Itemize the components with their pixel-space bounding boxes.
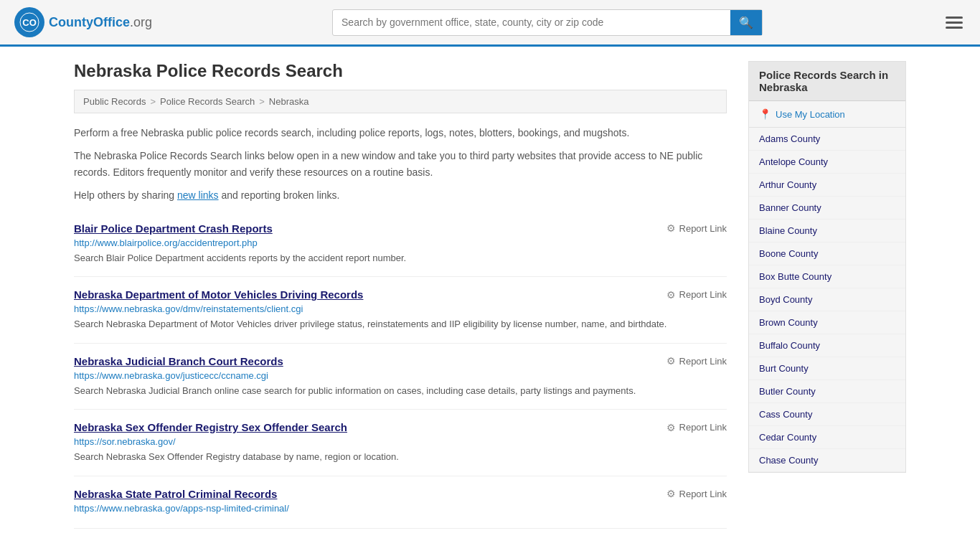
result-url-1[interactable]: https://www.nebraska.gov/dmv/reinstateme… (74, 303, 727, 314)
breadcrumb-sep: > (259, 96, 265, 107)
sidebar-county-arthur-county[interactable]: Arthur County (749, 174, 905, 197)
results-list: Blair Police Department Crash Reports ⚙ … (74, 211, 727, 529)
menu-icon-bar (946, 27, 963, 29)
sidebar-box: Police Records Search in Nebraska 📍 Use … (748, 61, 906, 473)
breadcrumb-police-records-search[interactable]: Police Records Search (160, 96, 255, 107)
sidebar-county-banner-county[interactable]: Banner County (749, 197, 905, 220)
result-header-2: Nebraska Judicial Branch Court Records ⚙… (74, 355, 727, 367)
menu-icon-bar (946, 22, 963, 24)
logo-area: CO CountyOffice.org (14, 7, 152, 37)
result-item: Nebraska State Patrol Criminal Records ⚙… (74, 476, 727, 529)
result-header-0: Blair Police Department Crash Reports ⚙ … (74, 222, 727, 235)
result-url-3[interactable]: https://sor.nebraska.gov/ (74, 436, 727, 447)
report-link-label-4: Report Link (679, 489, 727, 499)
result-title-2[interactable]: Nebraska Judicial Branch Court Records (74, 355, 283, 367)
result-item: Nebraska Department of Motor Vehicles Dr… (74, 277, 727, 344)
breadcrumb-nebraska: Nebraska (269, 96, 309, 107)
result-desc-0: Search Blair Police Department accidents… (74, 251, 727, 265)
report-link-btn-4[interactable]: ⚙ Report Link (666, 488, 727, 499)
main-container: Nebraska Police Records Search Public Re… (60, 47, 920, 543)
sidebar-county-adams-county[interactable]: Adams County (749, 128, 905, 151)
report-icon-3: ⚙ (666, 422, 676, 433)
main-content: Nebraska Police Records Search Public Re… (74, 61, 727, 529)
sidebar: Police Records Search in Nebraska 📍 Use … (748, 61, 906, 529)
use-my-location[interactable]: 📍 Use My Location (749, 101, 905, 128)
sidebar-county-butler-county[interactable]: Butler County (749, 380, 905, 403)
description-3: Help others by sharing new links and rep… (74, 187, 727, 203)
report-link-btn-1[interactable]: ⚙ Report Link (666, 289, 727, 301)
breadcrumb: Public Records > Police Records Search >… (74, 90, 727, 113)
result-title-0[interactable]: Blair Police Department Crash Reports (74, 222, 273, 235)
search-icon: 🔍 (739, 17, 753, 29)
logo-icon: CO (14, 7, 44, 37)
report-icon-0: ⚙ (666, 222, 676, 234)
search-bar: 🔍 (332, 9, 763, 36)
result-desc-1: Search Nebraska Department of Motor Vehi… (74, 317, 727, 331)
report-link-label-0: Report Link (679, 223, 727, 234)
sidebar-county-antelope-county[interactable]: Antelope County (749, 151, 905, 174)
header: CO CountyOffice.org 🔍 (0, 0, 980, 47)
sidebar-county-blaine-county[interactable]: Blaine County (749, 220, 905, 242)
result-desc-2: Search Nebraska Judicial Branch online c… (74, 384, 727, 398)
report-link-btn-2[interactable]: ⚙ Report Link (666, 355, 727, 367)
sidebar-county-chase-county[interactable]: Chase County (749, 449, 905, 472)
result-item: Blair Police Department Crash Reports ⚙ … (74, 211, 727, 278)
report-icon-2: ⚙ (666, 355, 676, 367)
sidebar-county-burt-county[interactable]: Burt County (749, 357, 905, 380)
report-link-btn-0[interactable]: ⚙ Report Link (666, 222, 727, 234)
result-title-3[interactable]: Nebraska Sex Offender Registry Sex Offen… (74, 421, 347, 433)
description-1: Perform a free Nebraska public police re… (74, 125, 727, 141)
sidebar-title: Police Records Search in Nebraska (749, 62, 905, 101)
report-link-label-1: Report Link (679, 289, 727, 300)
breadcrumb-sep: > (150, 96, 156, 107)
search-button[interactable]: 🔍 (730, 10, 762, 35)
breadcrumb-public-records[interactable]: Public Records (83, 96, 146, 107)
menu-button[interactable] (943, 14, 966, 32)
result-header-3: Nebraska Sex Offender Registry Sex Offen… (74, 421, 727, 433)
search-input[interactable] (333, 11, 730, 34)
result-header-4: Nebraska State Patrol Criminal Records ⚙… (74, 488, 727, 500)
sidebar-county-boone-county[interactable]: Boone County (749, 242, 905, 265)
report-icon-4: ⚙ (666, 488, 676, 499)
result-url-4[interactable]: https://www.nebraska.gov/apps-nsp-limite… (74, 503, 727, 514)
result-title-4[interactable]: Nebraska State Patrol Criminal Records (74, 488, 277, 500)
report-link-label-2: Report Link (679, 356, 727, 367)
menu-icon-bar (946, 17, 963, 19)
sidebar-county-cass-county[interactable]: Cass County (749, 403, 905, 426)
result-item: Nebraska Judicial Branch Court Records ⚙… (74, 344, 727, 410)
svg-text:CO: CO (22, 17, 37, 28)
report-icon-1: ⚙ (666, 289, 676, 301)
result-url-0[interactable]: http://www.blairpolice.org/accidentrepor… (74, 237, 727, 248)
page-title: Nebraska Police Records Search (74, 61, 727, 81)
report-link-btn-3[interactable]: ⚙ Report Link (666, 422, 727, 433)
logo-text: CountyOffice.org (49, 15, 152, 30)
sidebar-county-brown-county[interactable]: Brown County (749, 311, 905, 334)
sidebar-county-cedar-county[interactable]: Cedar County (749, 426, 905, 449)
county-list: Adams CountyAntelope CountyArthur County… (749, 128, 905, 472)
sidebar-county-buffalo-county[interactable]: Buffalo County (749, 334, 905, 357)
sidebar-county-box-butte-county[interactable]: Box Butte County (749, 265, 905, 288)
result-desc-3: Search Nebraska Sex Offender Registry da… (74, 450, 727, 464)
result-title-1[interactable]: Nebraska Department of Motor Vehicles Dr… (74, 288, 363, 301)
description-2: The Nebraska Police Records Search links… (74, 148, 727, 180)
report-link-label-3: Report Link (679, 422, 727, 433)
sidebar-county-boyd-county[interactable]: Boyd County (749, 288, 905, 311)
result-item: Nebraska Sex Offender Registry Sex Offen… (74, 410, 727, 476)
pin-icon: 📍 (759, 108, 771, 120)
result-url-2[interactable]: https://www.nebraska.gov/justicecc/ccnam… (74, 370, 727, 381)
new-links-link[interactable]: new links (177, 189, 219, 201)
result-header-1: Nebraska Department of Motor Vehicles Dr… (74, 288, 727, 301)
